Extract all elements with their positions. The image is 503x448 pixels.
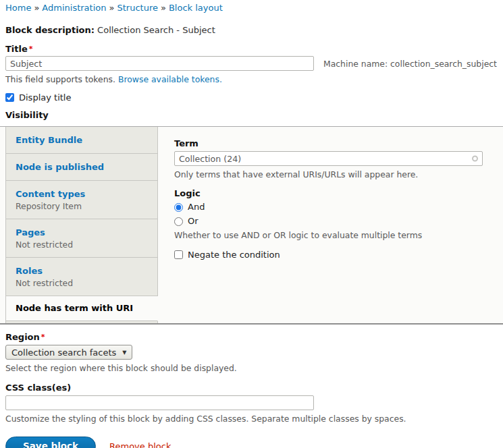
negate-condition-label[interactable]: Negate the condition bbox=[188, 250, 280, 260]
display-title-row: Display title bbox=[5, 92, 498, 103]
vertical-tab-partial[interactable] bbox=[6, 321, 158, 325]
vertical-tab-pages[interactable]: Pages Not restricted bbox=[6, 219, 158, 258]
vertical-tabs-menu: Entity Bundle Node is published Content … bbox=[5, 127, 158, 323]
logic-or-label[interactable]: Or bbox=[188, 216, 198, 227]
title-input[interactable] bbox=[5, 56, 314, 71]
required-asterisk: * bbox=[29, 45, 33, 53]
machine-name: Machine name: collection_search_subject bbox=[323, 59, 497, 69]
autocomplete-throbber-icon bbox=[472, 156, 478, 162]
visibility-vertical-tabs: Entity Bundle Node is published Content … bbox=[0, 126, 503, 325]
css-classes-label: CSS class(es) bbox=[5, 383, 498, 393]
term-autocomplete-input[interactable] bbox=[174, 151, 483, 166]
region-description: Select the region where this block shoul… bbox=[5, 363, 498, 373]
display-title-checkbox[interactable] bbox=[5, 93, 14, 102]
vertical-tab-node-has-term-with-uri[interactable]: Node has term with URI bbox=[6, 296, 158, 321]
title-help: This field supports tokens. Browse avail… bbox=[5, 74, 498, 84]
vertical-tab-label: Node is published bbox=[16, 161, 148, 173]
vertical-tab-label: Content types bbox=[16, 188, 148, 200]
vertical-tab-label: Node has term with URI bbox=[16, 302, 148, 314]
save-block-button[interactable]: Save block bbox=[5, 437, 96, 448]
vertical-tab-roles[interactable]: Roles Not restricted bbox=[6, 258, 158, 296]
breadcrumb-link-administration[interactable]: Administration bbox=[42, 3, 106, 13]
css-classes-description: Customize the styling of this block by a… bbox=[5, 414, 498, 424]
vertical-tab-summary: Not restricted bbox=[16, 240, 148, 250]
vertical-tab-label: Entity Bundle bbox=[16, 134, 148, 146]
breadcrumb-separator: » bbox=[34, 3, 39, 13]
vertical-tab-summary: Repository Item bbox=[16, 201, 148, 211]
region-select[interactable]: Collection search facets ▼ bbox=[5, 345, 132, 360]
vertical-tab-entity-bundle[interactable]: Entity Bundle bbox=[6, 127, 158, 154]
block-configure-page: Home»Administration»Structure»Block layo… bbox=[0, 0, 503, 448]
breadcrumb-separator: » bbox=[109, 3, 115, 13]
region-label: Region* bbox=[5, 332, 498, 342]
logic-or-radio[interactable] bbox=[174, 217, 183, 226]
chevron-down-icon: ▼ bbox=[122, 349, 126, 356]
vertical-tab-node-is-published[interactable]: Node is published bbox=[6, 154, 158, 181]
logic-or-row: Or bbox=[174, 216, 503, 227]
region-label-text: Region bbox=[5, 332, 40, 342]
negate-condition-checkbox[interactable] bbox=[174, 250, 183, 259]
term-description: Only terms that have external URIs/URLs … bbox=[174, 169, 503, 179]
block-description: Block description: Collection Search - S… bbox=[5, 25, 498, 35]
vertical-tab-content-types[interactable]: Content types Repository Item bbox=[6, 181, 158, 219]
negate-row: Negate the condition bbox=[174, 250, 503, 260]
region-select-value: Collection search facets bbox=[11, 347, 116, 358]
logic-and-radio[interactable] bbox=[174, 203, 183, 212]
display-title-label[interactable]: Display title bbox=[19, 92, 71, 103]
vertical-tab-label: Pages bbox=[16, 227, 148, 238]
breadcrumb-link-structure[interactable]: Structure bbox=[117, 3, 157, 13]
browse-tokens-link[interactable]: Browse available tokens. bbox=[118, 74, 222, 84]
logic-and-row: And bbox=[174, 202, 503, 213]
term-label: Term bbox=[174, 138, 503, 148]
logic-description: Whether to use AND or OR logic to evalua… bbox=[174, 230, 503, 240]
title-label: Title* bbox=[5, 44, 498, 54]
vertical-tab-summary: Not restricted bbox=[16, 278, 148, 288]
breadcrumb-link-home[interactable]: Home bbox=[5, 3, 31, 13]
tokens-help-text: This field supports tokens. bbox=[5, 74, 115, 84]
logic-label: Logic bbox=[174, 188, 503, 198]
node-has-term-pane: Term Only terms that have external URIs/… bbox=[158, 127, 503, 323]
remove-block-link[interactable]: Remove block bbox=[109, 441, 171, 448]
logic-and-label[interactable]: And bbox=[188, 202, 205, 213]
breadcrumb: Home»Administration»Structure»Block layo… bbox=[5, 3, 498, 13]
css-classes-input[interactable] bbox=[5, 395, 314, 410]
required-asterisk: * bbox=[41, 333, 45, 341]
title-label-text: Title bbox=[5, 44, 28, 54]
breadcrumb-separator: » bbox=[161, 3, 166, 13]
block-description-label: Block description: bbox=[5, 25, 95, 35]
visibility-heading: Visibility bbox=[5, 110, 498, 121]
breadcrumb-link-block-layout[interactable]: Block layout bbox=[169, 3, 223, 13]
block-description-value: Collection Search - Subject bbox=[97, 25, 215, 35]
vertical-tab-label: Roles bbox=[16, 265, 148, 277]
